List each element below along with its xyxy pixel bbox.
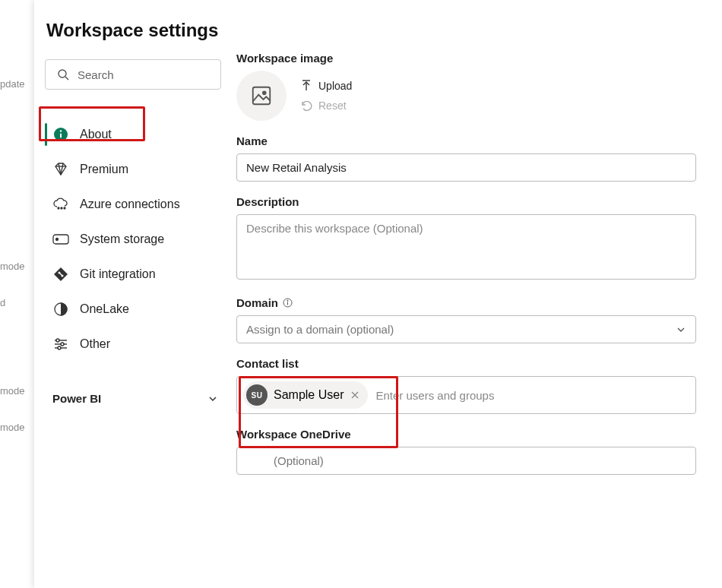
upload-label: Upload — [318, 80, 352, 92]
bg-text: mode — [0, 372, 34, 409]
svg-point-21 — [263, 91, 266, 94]
panel-title: Workspace settings — [34, 0, 722, 52]
onedrive-label: Workspace OneDrive — [236, 428, 696, 441]
onedrive-input[interactable] — [236, 447, 696, 475]
form-content: Workspace image Upload — [232, 52, 722, 588]
background-grid: pdate mode d mode mode — [0, 0, 34, 588]
upload-button[interactable]: Upload — [300, 80, 352, 92]
chevron-down-icon — [676, 324, 686, 335]
description-label: Description — [236, 195, 696, 208]
settings-panel: Workspace settings About — [34, 0, 722, 588]
upload-icon — [300, 80, 312, 92]
contact-pill: SU Sample User — [243, 381, 368, 409]
nav-label: Git integration — [80, 267, 156, 281]
bg-text: mode — [0, 248, 34, 284]
svg-point-6 — [61, 207, 62, 209]
nav-label: About — [80, 128, 112, 141]
svg-point-15 — [56, 339, 59, 342]
sliders-icon — [52, 336, 69, 352]
nav-item-azure[interactable]: Azure connections — [45, 187, 221, 222]
nav-item-storage[interactable]: System storage — [45, 222, 221, 257]
avatar: SU — [246, 384, 268, 406]
workspace-image-placeholder[interactable] — [236, 71, 287, 121]
contact-list-input[interactable]: SU Sample User — [236, 376, 696, 414]
domain-label: Domain — [236, 296, 696, 309]
bg-text: pdate — [0, 65, 34, 102]
svg-rect-20 — [253, 87, 271, 105]
powerbi-expander[interactable]: Power BI — [45, 387, 221, 409]
bg-text: mode — [0, 409, 34, 445]
chevron-down-icon — [207, 394, 218, 404]
nav-list: About Premium Azure connections — [45, 117, 221, 362]
nav-label: OneLake — [80, 302, 129, 316]
info-icon[interactable] — [283, 298, 293, 308]
workspace-image-label: Workspace image — [236, 52, 696, 65]
nav-item-about[interactable]: About — [45, 117, 221, 152]
remove-contact-button[interactable] — [350, 390, 360, 400]
contact-text-input[interactable] — [375, 389, 689, 402]
search-input[interactable] — [78, 68, 222, 81]
reset-button: Reset — [300, 100, 352, 112]
nav-label: System storage — [80, 232, 164, 246]
svg-point-4 — [60, 130, 62, 131]
storage-icon — [52, 231, 69, 248]
name-input[interactable] — [236, 153, 696, 182]
svg-point-19 — [58, 346, 61, 349]
description-input[interactable] — [236, 214, 696, 280]
undo-icon — [300, 100, 312, 112]
nav-item-onelake[interactable]: OneLake — [45, 292, 221, 327]
name-label: Name — [236, 134, 696, 147]
bg-text: d — [0, 284, 34, 321]
nav-item-git[interactable]: Git integration — [45, 257, 221, 292]
expander-label: Power BI — [52, 392, 101, 405]
image-row: Upload Reset — [236, 71, 696, 121]
sidebar: About Premium Azure connections — [34, 52, 232, 588]
nav-item-premium[interactable]: Premium — [45, 152, 221, 187]
onelake-icon — [52, 301, 69, 318]
svg-point-25 — [287, 300, 288, 301]
svg-line-1 — [65, 77, 68, 80]
svg-point-17 — [61, 343, 64, 346]
nav-item-other[interactable]: Other — [45, 327, 221, 362]
search-icon — [55, 66, 71, 83]
svg-point-7 — [64, 207, 65, 209]
reset-label: Reset — [318, 100, 347, 112]
search-box[interactable] — [45, 59, 221, 90]
nav-label: Other — [80, 337, 110, 351]
svg-point-5 — [58, 207, 59, 209]
diamond-icon — [52, 161, 69, 178]
domain-placeholder: Assign to a domain (optional) — [246, 323, 394, 336]
nav-label: Premium — [80, 163, 128, 176]
contact-list-label: Contact list — [236, 357, 696, 370]
info-icon — [52, 126, 69, 143]
svg-rect-3 — [60, 134, 62, 138]
git-icon — [52, 266, 69, 283]
domain-select[interactable]: Assign to a domain (optional) — [236, 315, 696, 343]
cloud-icon — [52, 196, 69, 213]
svg-point-0 — [59, 70, 66, 77]
nav-label: Azure connections — [80, 198, 180, 211]
contact-name: Sample User — [274, 388, 344, 402]
svg-point-9 — [56, 239, 59, 241]
